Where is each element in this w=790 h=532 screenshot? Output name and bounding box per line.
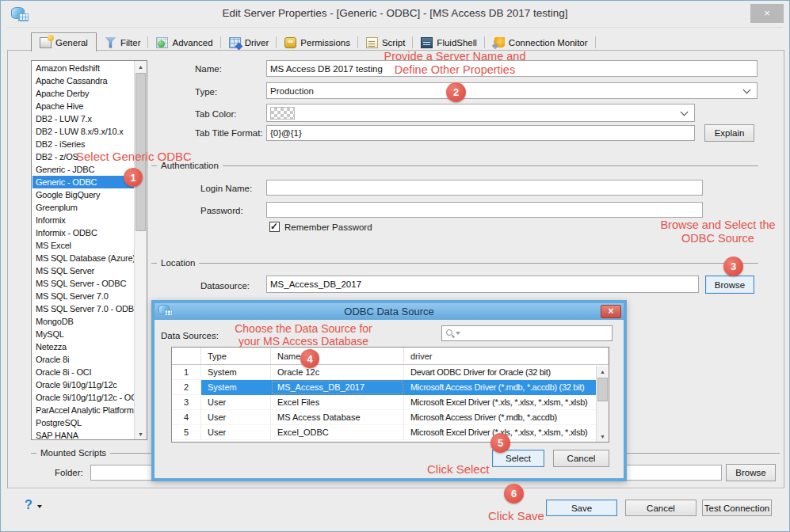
driver-header[interactable]: driver: [404, 348, 609, 364]
tab-bar: GeneralFilterAdvancedDriverPermissionsSc…: [31, 32, 596, 51]
scroll-up-icon[interactable]: [135, 61, 147, 72]
list-item[interactable]: Netezza: [32, 340, 135, 353]
tab-general[interactable]: General: [31, 32, 97, 51]
list-item[interactable]: Apache Cassandra: [32, 74, 135, 87]
scroll-down-icon[interactable]: [597, 431, 609, 442]
list-item[interactable]: Informix - ODBC: [32, 226, 135, 239]
table-row[interactable]: 1SystemOracle 12cDevart ODBC Driver for …: [172, 365, 609, 380]
remember-password-checkbox[interactable]: [269, 222, 280, 232]
window-close-button[interactable]: ×: [750, 4, 784, 23]
datasource-browse-button[interactable]: Browse: [705, 276, 754, 294]
type-cell: User: [201, 425, 271, 440]
list-item[interactable]: MS SQL Server: [32, 264, 135, 277]
server-type-list[interactable]: Amazon RedshiftApache CassandraApache De…: [31, 60, 147, 440]
test-connection-button[interactable]: Test Connection: [702, 500, 772, 516]
annotation-step2-badge: 2: [446, 82, 466, 102]
list-item[interactable]: Greenplum: [32, 201, 135, 214]
tab-color-select[interactable]: [266, 104, 695, 122]
table-scrollbar[interactable]: [596, 366, 609, 442]
datasource-table[interactable]: Type Name driver 1SystemOracle 12cDevart…: [171, 347, 609, 443]
tab-filter[interactable]: Filter: [97, 34, 149, 51]
annotation-step1-badge: 1: [124, 168, 143, 187]
search-box[interactable]: [441, 325, 613, 341]
folder-browse-button[interactable]: Browse: [726, 464, 776, 481]
name-cell: Oracle 12c: [271, 365, 404, 380]
list-item[interactable]: SAP HANA: [32, 429, 135, 440]
list-item[interactable]: PostgreSQL: [32, 416, 135, 429]
name-label: Name:: [195, 64, 222, 74]
tab-script[interactable]: Script: [358, 34, 413, 51]
chevron-down-icon: [681, 108, 689, 116]
list-item[interactable]: Oracle 9i/10g/11g/12c - OCI: [32, 391, 135, 404]
table-row[interactable]: 4UserMS Access DatabaseMicrosoft Access …: [172, 410, 609, 425]
list-item[interactable]: MS SQL Server - ODBC: [32, 277, 135, 290]
list-item[interactable]: Informix: [32, 214, 135, 226]
help-dropdown-arrow-icon[interactable]: [37, 505, 42, 508]
tab-fluidshell[interactable]: FluidShell: [413, 34, 485, 51]
scroll-down-icon[interactable]: [135, 428, 147, 439]
list-item[interactable]: DB2 - iSeries: [32, 138, 135, 150]
cancel-button[interactable]: Cancel: [625, 500, 696, 516]
list-item[interactable]: MS SQL Server 7.0: [32, 290, 135, 302]
list-item[interactable]: Apache Derby: [32, 87, 135, 100]
annotation-step1-text: Select Generic ODBC: [76, 150, 192, 163]
save-button[interactable]: Save: [546, 500, 617, 516]
search-icon: [446, 329, 452, 336]
tab-advanced[interactable]: Advanced: [148, 34, 220, 51]
dialog-cancel-button[interactable]: Cancel: [553, 450, 609, 467]
fluidshell-icon: [421, 37, 433, 48]
list-item[interactable]: DB2 - LUW 8.x/9.x/10.x: [32, 125, 135, 138]
row-number-cell: 5: [172, 425, 201, 440]
driver-cell: Devart ODBC Driver for Oracle (32 bit): [404, 365, 609, 380]
help-button[interactable]: ?: [25, 498, 32, 512]
list-item[interactable]: MongoDB: [32, 315, 135, 328]
driver-icon: [229, 37, 241, 48]
tab-connection-monitor[interactable]: Connection Monitor: [485, 34, 596, 51]
table-row[interactable]: 3UserExcel FilesMicrosoft Excel Driver (…: [172, 395, 609, 410]
list-item[interactable]: Generic - ODBC: [32, 176, 135, 188]
remember-password-label: Remember Password: [284, 222, 372, 232]
advanced-icon: [156, 37, 168, 48]
annotation-step2-text: Provide a Server Name and Define Other P…: [376, 50, 534, 77]
scrollbar-thumb[interactable]: [597, 378, 608, 401]
list-item[interactable]: MS Excel: [32, 239, 135, 252]
search-input[interactable]: [463, 327, 610, 340]
name-cell: MS Access Database: [271, 410, 404, 425]
scroll-up-icon[interactable]: [597, 366, 609, 377]
list-item[interactable]: Generic - JDBC: [32, 163, 135, 176]
list-item[interactable]: Amazon Redshift: [32, 62, 135, 74]
server-list-scrollbar[interactable]: [134, 61, 147, 439]
explain-button[interactable]: Explain: [704, 124, 754, 142]
password-input[interactable]: [266, 202, 703, 218]
tab-title-format-input[interactable]: [266, 125, 695, 141]
login-name-input[interactable]: [266, 180, 703, 196]
folder-label: Folder:: [55, 468, 83, 477]
dialog-title: ODBC Data Source: [155, 306, 624, 317]
list-item[interactable]: Oracle 9i/10g/11g/12c: [32, 378, 135, 391]
list-item[interactable]: Oracle 8i: [32, 353, 135, 366]
table-row[interactable]: 5UserExcel_ODBCMicrosoft Excel Driver (*…: [172, 425, 609, 440]
tab-permissions[interactable]: Permissions: [277, 34, 358, 51]
tab-label: General: [55, 38, 88, 48]
dialog-close-button[interactable]: ×: [601, 305, 621, 318]
name-header[interactable]: Name: [271, 348, 404, 364]
list-item[interactable]: DB2 - LUW 7.x: [32, 112, 135, 125]
type-header[interactable]: Type: [201, 348, 271, 364]
type-select[interactable]: Production: [266, 82, 758, 99]
list-item[interactable]: Apache Hive: [32, 100, 135, 112]
annotation-step4-badge: 4: [300, 349, 319, 368]
list-item[interactable]: MS SQL Database (Azure): [32, 252, 135, 264]
list-item[interactable]: MS SQL Server 7.0 - ODBC: [32, 302, 135, 315]
login-name-label: Login Name:: [200, 184, 252, 193]
list-item[interactable]: Oracle 8i - OCI: [32, 366, 135, 378]
list-item[interactable]: MySQL: [32, 328, 135, 340]
tab-driver[interactable]: Driver: [221, 34, 277, 51]
list-item[interactable]: Google BigQuery: [32, 188, 135, 201]
datasource-input[interactable]: [266, 276, 699, 293]
type-cell: User: [201, 395, 271, 410]
row-number-cell: 2: [172, 380, 201, 395]
list-item[interactable]: ParAccel Analytic Platform: [32, 404, 135, 416]
edit-server-properties-window: Edit Server Properties - [Generic - ODBC…: [0, 0, 790, 532]
annotation-step3-badge: 3: [723, 256, 743, 276]
table-row[interactable]: 2SystemMS_Access_DB_2017Microsoft Access…: [172, 380, 609, 395]
